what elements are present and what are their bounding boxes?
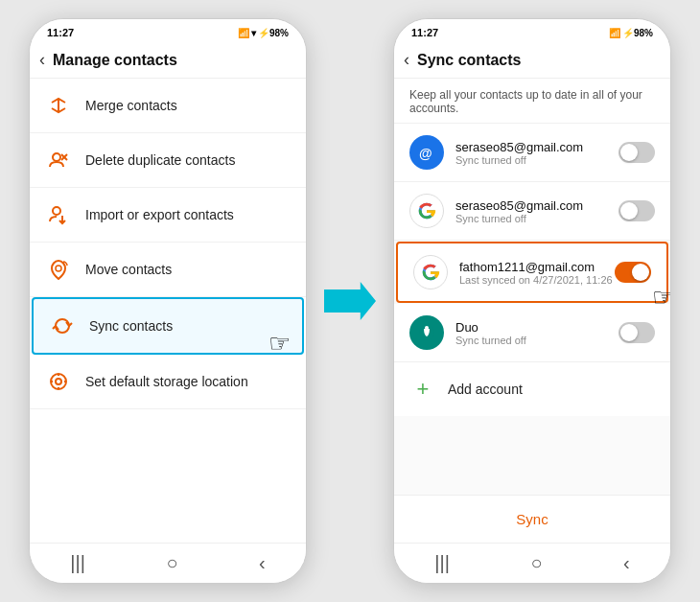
bottom-nav-left: ||| ○ ‹	[30, 543, 306, 583]
menu-item-import[interactable]: Import or export contacts	[30, 188, 306, 243]
delete-dup-icon	[45, 147, 72, 174]
account-status-1: Sync turned off	[455, 154, 618, 166]
account-email-1: seraseo85@gmail.com	[455, 140, 618, 154]
right-phone: 11:27 📶 ⚡98% ‹ Sync contacts Keep all yo…	[393, 18, 671, 584]
battery-icon-right: ⚡98%	[622, 28, 653, 38]
menu-item-move[interactable]: Move contacts	[30, 243, 306, 297]
toggle-3[interactable]	[615, 262, 651, 283]
account-email-2: seraseo85@gmail.com	[455, 198, 618, 213]
svg-point-7	[51, 374, 66, 389]
status-icons-left: 📶 ▾ ⚡98%	[238, 28, 289, 38]
cursor-hand-left: ☞	[268, 329, 291, 359]
status-icons-right: 📶 ⚡98%	[609, 28, 653, 38]
svg-point-1	[53, 153, 60, 161]
back-arrow-right[interactable]: ‹	[404, 50, 409, 70]
svg-point-4	[53, 207, 60, 215]
add-account[interactable]: + Add account	[394, 362, 670, 416]
bottom-home-icon-right[interactable]: ○	[530, 552, 542, 574]
top-nav-right: ‹ Sync contacts	[394, 44, 670, 79]
account-list: @ seraseo85@gmail.com Sync turned off se	[394, 124, 670, 495]
import-icon	[45, 201, 72, 228]
back-arrow-left[interactable]: ‹	[39, 50, 45, 70]
cursor-hand-right: ☞	[652, 283, 671, 313]
menu-item-sync[interactable]: Sync contacts ☞	[32, 297, 304, 355]
move-icon	[45, 256, 72, 283]
sync-icon	[49, 313, 76, 339]
bottom-recent-icon[interactable]: |||	[70, 552, 85, 574]
toggle-4[interactable]	[618, 322, 655, 343]
menu-item-merge[interactable]: Merge contacts	[30, 79, 306, 133]
sync-description: Keep all your contacts up to date in all…	[394, 79, 670, 124]
left-phone: 11:27 📶 ▾ ⚡98% ‹ Manage contacts Merge c…	[29, 18, 307, 584]
storage-label: Set default storage location	[85, 374, 248, 389]
sync-button[interactable]: Sync	[516, 511, 548, 527]
account-info-4: Duo Sync turned off	[455, 320, 618, 346]
top-nav-left: ‹ Manage contacts	[30, 44, 306, 79]
account-email-4: Duo	[455, 320, 618, 335]
svg-point-15	[425, 326, 429, 330]
gmail-blue-icon-1: @	[409, 135, 444, 170]
account-status-3: Last synced on 4/27/2021, 11:26	[459, 274, 615, 286]
account-item-3[interactable]: fathom1211@gmail.com Last synced on 4/27…	[396, 242, 668, 303]
add-account-icon: +	[409, 376, 436, 403]
delete-dup-label: Delete duplicate contacts	[85, 152, 235, 168]
account-info-2: seraseo85@gmail.com Sync turned off	[455, 198, 618, 224]
storage-icon	[45, 368, 72, 395]
time-right: 11:27	[411, 27, 438, 38]
account-status-4: Sync turned off	[455, 335, 618, 346]
account-item-2[interactable]: seraseo85@gmail.com Sync turned off	[394, 182, 670, 241]
battery-icon: ⚡98%	[258, 28, 289, 38]
bottom-recent-icon-right[interactable]: |||	[434, 552, 450, 574]
duo-icon	[409, 315, 444, 350]
account-item-4[interactable]: Duo Sync turned off	[394, 304, 670, 362]
arrow-container	[324, 282, 376, 320]
account-status-2: Sync turned off	[455, 213, 618, 224]
svg-point-6	[56, 266, 61, 271]
account-item-1[interactable]: @ seraseo85@gmail.com Sync turned off	[394, 124, 670, 182]
account-info-3: fathom1211@gmail.com Last synced on 4/27…	[459, 260, 615, 286]
add-account-label: Add account	[448, 382, 523, 397]
account-info-1: seraseo85@gmail.com Sync turned off	[455, 140, 618, 166]
time-left: 11:27	[47, 27, 74, 38]
sync-footer: Sync	[394, 495, 670, 543]
navigation-arrow	[324, 282, 376, 320]
nav-title-right: Sync contacts	[417, 52, 521, 69]
signal-icon: 📶	[238, 28, 249, 38]
menu-item-delete-dup[interactable]: Delete duplicate contacts	[30, 133, 306, 188]
bottom-nav-right: ||| ○ ‹	[394, 543, 670, 583]
merge-label: Merge contacts	[85, 98, 177, 113]
sync-label: Sync contacts	[89, 318, 173, 334]
menu-list: Merge contacts Delete duplicate contacts	[30, 79, 306, 543]
bottom-back-icon[interactable]: ‹	[259, 552, 266, 574]
merge-icon	[45, 92, 72, 119]
account-email-3: fathom1211@gmail.com	[459, 260, 615, 274]
svg-text:@: @	[419, 146, 432, 161]
status-bar-left: 11:27 📶 ▾ ⚡98%	[30, 19, 306, 44]
import-label: Import or export contacts	[85, 207, 234, 222]
bottom-back-icon-right[interactable]: ‹	[623, 552, 630, 574]
status-bar-right: 11:27 📶 ⚡98%	[394, 19, 670, 44]
svg-point-8	[56, 379, 61, 384]
toggle-1[interactable]	[618, 142, 655, 163]
toggle-2[interactable]	[618, 200, 655, 221]
menu-item-storage[interactable]: Set default storage location	[30, 355, 306, 409]
nav-title-left: Manage contacts	[53, 52, 177, 69]
move-label: Move contacts	[85, 262, 172, 277]
google-icon-2	[409, 194, 444, 228]
bottom-home-icon[interactable]: ○	[166, 552, 177, 574]
wifi-icon: ▾	[251, 28, 256, 38]
google-icon-3	[413, 255, 448, 289]
signal-icon-right: 📶	[609, 28, 620, 38]
